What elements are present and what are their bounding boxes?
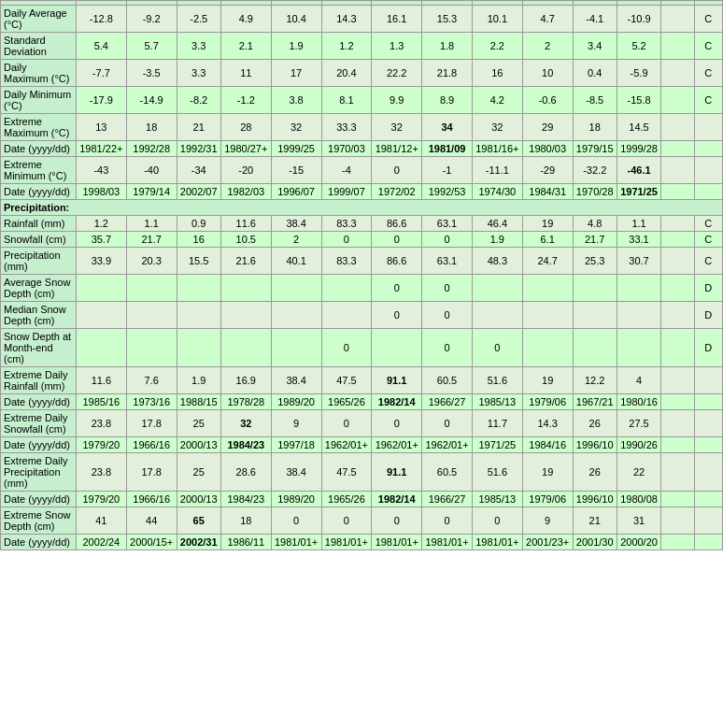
data-cell: 29 [522, 114, 573, 141]
table-row: Rainfall (mm)1.21.10.911.638.483.386.663… [1, 216, 723, 232]
row-label: Daily Average (°C) [1, 6, 77, 33]
data-cell: 1984/31 [522, 184, 573, 200]
data-cell: 11.6 [76, 367, 126, 394]
data-cell: 1997/18 [271, 437, 321, 453]
data-cell: 1992/53 [422, 184, 473, 200]
data-cell: 17.8 [126, 410, 177, 437]
data-cell: 34 [422, 114, 473, 141]
row-label: Extreme Snow Depth (cm) [1, 507, 77, 535]
data-cell [661, 394, 694, 410]
data-cell [321, 302, 372, 329]
table-row: Snowfall (cm)35.721.71610.520001.96.121.… [1, 232, 723, 248]
data-cell: 1996/10 [573, 492, 617, 507]
data-cell [661, 410, 694, 437]
data-cell: 0 [472, 507, 522, 535]
data-cell: D [694, 275, 722, 302]
data-cell [271, 302, 321, 329]
data-cell [661, 329, 694, 367]
data-cell: -34 [177, 157, 220, 184]
data-cell [661, 216, 694, 232]
data-cell: -12.8 [76, 6, 126, 33]
data-cell: 1980/16 [617, 394, 660, 410]
data-cell: 14.5 [617, 114, 660, 141]
row-label: Extreme Maximum (°C) [1, 114, 77, 141]
table-row: Precipitation (mm)33.920.315.521.640.183… [1, 248, 723, 275]
data-cell [694, 507, 722, 535]
data-cell: -4 [321, 157, 372, 184]
data-cell: 22 [617, 453, 660, 492]
data-cell: 9 [271, 410, 321, 437]
table-row: Snow Depth at Month-end (cm)000D [1, 329, 723, 367]
data-cell: 1.9 [472, 232, 522, 248]
data-cell [522, 302, 573, 329]
row-label: Extreme Daily Snowfall (cm) [1, 410, 77, 437]
data-cell: 23.8 [76, 453, 126, 492]
data-cell: 32 [220, 410, 271, 437]
data-cell: 7.6 [126, 367, 177, 394]
data-cell: 5.4 [76, 33, 126, 60]
data-cell: 9.9 [372, 87, 422, 114]
data-cell: C [694, 33, 722, 60]
data-cell: 1979/06 [522, 492, 573, 507]
data-cell [76, 275, 126, 302]
data-cell: 1981/16+ [472, 141, 522, 157]
data-cell: 41 [76, 507, 126, 535]
data-cell: -3.5 [126, 60, 177, 87]
data-cell: 0 [372, 275, 422, 302]
data-cell [573, 302, 617, 329]
data-cell: 1979/15 [573, 141, 617, 157]
data-cell: 3.3 [177, 60, 220, 87]
data-cell [126, 302, 177, 329]
data-cell: 0 [372, 410, 422, 437]
data-cell: 6.1 [522, 232, 573, 248]
row-label: Extreme Daily Rainfall (mm) [1, 367, 77, 394]
data-cell: 21.8 [422, 60, 473, 87]
data-cell: -40 [126, 157, 177, 184]
data-cell: 3.4 [573, 33, 617, 60]
data-cell: 2002/24 [76, 535, 126, 550]
row-label: Date (yyyy/dd) [1, 437, 77, 453]
table-row: Date (yyyy/dd)2002/242000/15+2002/311986… [1, 535, 723, 550]
data-cell: 1984/23 [220, 437, 271, 453]
data-cell: 47.5 [321, 367, 372, 394]
data-cell: 4.7 [522, 6, 573, 33]
data-cell: 86.6 [372, 248, 422, 275]
table-row: Extreme Snow Depth (cm)41446518000009213… [1, 507, 723, 535]
data-cell: 11.6 [220, 216, 271, 232]
data-cell: 15.3 [422, 6, 473, 33]
data-cell [177, 275, 220, 302]
data-cell: 21 [573, 507, 617, 535]
data-cell: 16 [177, 232, 220, 248]
climate-table: Daily Average (°C)-12.8-9.2-2.54.910.414… [0, 0, 723, 550]
data-cell [220, 275, 271, 302]
data-cell: 3.3 [177, 33, 220, 60]
data-cell: 1998/03 [76, 184, 126, 200]
data-cell [321, 275, 372, 302]
data-cell: 2.2 [472, 33, 522, 60]
data-cell: 22.2 [372, 60, 422, 87]
data-cell: 1981/09 [422, 141, 473, 157]
data-cell: 91.1 [372, 367, 422, 394]
data-cell: 33.3 [321, 114, 372, 141]
data-cell: 25 [177, 453, 220, 492]
data-cell [617, 329, 660, 367]
data-cell: 0 [321, 329, 372, 367]
data-cell: C [694, 232, 722, 248]
data-cell: 1979/20 [76, 437, 126, 453]
data-cell: 1982/14 [372, 492, 422, 507]
data-cell: 10.1 [472, 6, 522, 33]
data-cell: -8.2 [177, 87, 220, 114]
data-cell: 1985/13 [472, 394, 522, 410]
data-cell: 1988/15 [177, 394, 220, 410]
data-cell: 1981/01+ [321, 535, 372, 550]
data-cell: -43 [76, 157, 126, 184]
data-cell: 33.1 [617, 232, 660, 248]
data-cell [573, 275, 617, 302]
data-cell: 21.6 [220, 248, 271, 275]
data-cell [617, 275, 660, 302]
data-cell: 1.1 [126, 216, 177, 232]
data-cell: 1981/01+ [271, 535, 321, 550]
data-cell: 1980/08 [617, 492, 660, 507]
data-cell: D [694, 302, 722, 329]
data-cell: 1981/01+ [472, 535, 522, 550]
